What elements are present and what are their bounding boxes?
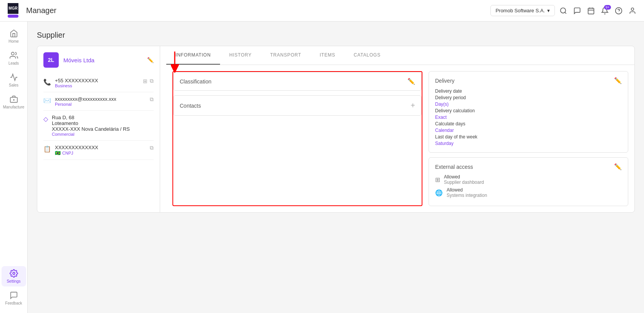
classification-card: Classification ✏️ [173, 72, 422, 91]
delivery-card: Delivery ✏️ Delivery date Delivery perio… [429, 71, 628, 153]
email-copy-button[interactable]: ⧉ [150, 96, 154, 103]
delivery-edit-button[interactable]: ✏️ [614, 77, 622, 84]
contact-phone: 📞 +55 XXXXXXXXXX Business ⊞ ⧉ [43, 74, 154, 92]
delivery-field-2: Day(s) [435, 101, 622, 107]
cnpj-actions: ⧉ [150, 145, 154, 151]
delivery-field-1: Delivery period [435, 95, 622, 100]
delivery-field-5: Calculate days [435, 121, 622, 127]
phone-value: +55 XXXXXXXXXX [55, 78, 139, 83]
cnpj-icon: 📋 [43, 145, 51, 153]
sidebar-item-feedback[interactable]: Feedback [2, 288, 26, 308]
contact-phone-content: +55 XXXXXXXXXX Business [55, 78, 139, 88]
delivery-label-1: Delivery period [435, 95, 466, 100]
notifications-button[interactable]: 9+ [601, 7, 609, 15]
cnpj-copy-button[interactable]: ⧉ [150, 145, 154, 151]
supplier-name: Móveis Ltda [63, 57, 94, 63]
home-icon [10, 29, 18, 38]
content-area: 2L Móveis Ltda ✏️ 📞 +55 XXXXXXXXXX Busin… [37, 46, 635, 213]
external-access-header: External access ✏️ [435, 163, 622, 170]
manufacture-icon [10, 95, 18, 103]
sidebar-item-home[interactable]: Home [2, 26, 26, 47]
external-access-card: External access ✏️ ⊞ Allowed Supplier da… [429, 157, 628, 206]
delivery-field-3: Delivery calculation [435, 108, 622, 113]
email-icon: ✉️ [43, 97, 51, 104]
sidebar-item-settings[interactable]: Settings [2, 266, 26, 286]
notification-badge: 9+ [604, 5, 611, 10]
search-button[interactable] [560, 7, 567, 15]
phone-actions: ⊞ ⧉ [143, 78, 154, 84]
address-line2: Loteamento [52, 120, 154, 126]
ext-access-content-1: Allowed Systems integration [447, 187, 487, 198]
delivery-value-8: Saturday [435, 141, 454, 146]
tab-content-information: Classification ✏️ Contacts + [166, 65, 634, 212]
tab-transport[interactable]: TRANSPORT [261, 46, 310, 65]
tab-history[interactable]: HISTORY [220, 46, 261, 65]
brand-name: Manager [26, 6, 56, 15]
phone-grid-button[interactable]: ⊞ [143, 78, 147, 84]
supplier-edit-button[interactable]: ✏️ [147, 57, 154, 63]
sidebar-bottom: Settings Feedback [2, 266, 26, 313]
ext-access-item-1: 🌐 Allowed Systems integration [435, 187, 622, 198]
sidebar-home-label: Home [8, 39, 19, 43]
external-access-edit-button[interactable]: ✏️ [614, 163, 622, 170]
sidebar-sales-label: Sales [9, 83, 18, 87]
sidebar-item-leads[interactable]: Leads [2, 48, 26, 68]
sidebar: Home Leads Sales Manufacture Settings Fe… [0, 22, 28, 313]
calendar-button[interactable] [587, 7, 595, 15]
messages-button[interactable] [573, 7, 581, 15]
delivery-label-3: Delivery calculation [435, 108, 475, 113]
tab-items[interactable]: ITEMS [310, 46, 344, 65]
delivery-fields: Delivery date Delivery period Day(s) Del… [435, 88, 622, 146]
contacts-add-button[interactable]: + [411, 101, 415, 110]
tab-information[interactable]: INFORMATION [166, 46, 220, 65]
supplier-avatar: 2L [43, 52, 59, 68]
contact-address: ◇ Rua D, 68 Loteamento XXXXX-XXX Nova Ca… [43, 111, 154, 141]
external-access-title: External access [435, 164, 473, 170]
svg-point-0 [561, 8, 566, 13]
tab-catalogs[interactable]: CATALOGS [344, 46, 390, 65]
classification-edit-button[interactable]: ✏️ [407, 78, 415, 85]
main-content: Supplier 2L Móveis Ltda ✏️ 📞 +55 XXXXXXX… [28, 22, 644, 313]
content-left: Classification ✏️ Contacts + [172, 71, 422, 206]
company-selector[interactable]: Promob Software S.A. ▾ [490, 5, 555, 16]
user-button[interactable] [629, 7, 636, 15]
cnpj-value: XXXXXXXXXXXXX [55, 145, 146, 150]
email-actions: ⧉ [150, 96, 154, 103]
phone-type: Business [55, 83, 139, 88]
phone-copy-button[interactable]: ⧉ [150, 78, 154, 84]
svg-rect-2 [588, 8, 594, 14]
feedback-icon [10, 291, 18, 300]
contacts-header: Contacts + [180, 101, 415, 110]
delivery-value-4: Exact [435, 115, 447, 120]
contact-cnpj: 📋 XXXXXXXXXXXXX 🇧🇷 CNPJ ⧉ [43, 141, 154, 160]
ext-access-item-0: ⊞ Allowed Supplier dashboard [435, 174, 622, 185]
delivery-field-4: Exact [435, 114, 622, 120]
contacts-card: Contacts + [173, 95, 422, 116]
delivery-field-0: Delivery date [435, 88, 622, 94]
sidebar-item-manufacture[interactable]: Manufacture [2, 92, 26, 112]
delivery-label-7: Last day of the week [435, 134, 477, 140]
sales-icon [10, 73, 18, 82]
dashboard-icon: ⊞ [435, 176, 440, 183]
brand-logo: MGR [8, 3, 23, 18]
svg-point-8 [631, 8, 634, 10]
delivery-header: Delivery ✏️ [435, 77, 622, 84]
ext-access-value-0: Supplier dashboard [444, 180, 484, 185]
page-title: Supplier [37, 31, 635, 40]
brand: MGR Manager [8, 3, 56, 18]
delivery-field-7: Last day of the week [435, 134, 622, 140]
svg-point-13 [13, 272, 15, 275]
address-type: Commercial [52, 132, 154, 137]
globe-icon: 🌐 [435, 189, 443, 196]
email-type: Personal [55, 102, 146, 107]
address-icon: ◇ [43, 115, 48, 123]
navbar-icons: 9+ [560, 7, 636, 15]
leads-icon [10, 51, 18, 60]
sidebar-item-sales[interactable]: Sales [2, 70, 26, 90]
tab-content-wrapper: Classification ✏️ Contacts + [166, 65, 634, 212]
classification-title: Classification [180, 78, 211, 85]
address-line1: Rua D, 68 [52, 115, 154, 120]
svg-point-9 [11, 52, 14, 55]
help-button[interactable] [615, 7, 622, 15]
tabs: INFORMATION HISTORY TRANSPORT ITEMS CATA… [166, 46, 634, 65]
